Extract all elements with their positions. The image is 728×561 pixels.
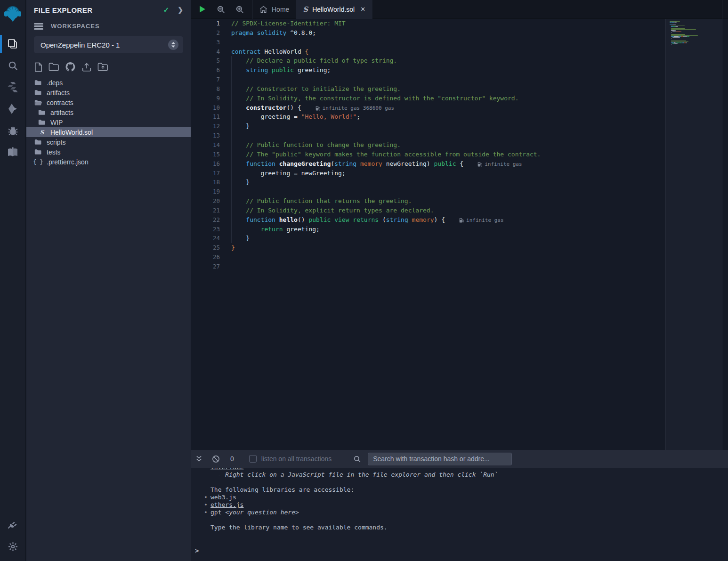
workspace-stepper-icon[interactable] bbox=[168, 40, 178, 50]
code-line-8[interactable]: 8 // Constructor to initialize the greet… bbox=[191, 84, 728, 94]
run-script-button[interactable] bbox=[198, 5, 206, 13]
line-number: 13 bbox=[191, 131, 220, 140]
terminal-output[interactable]: interface - Right click on a JavaScript … bbox=[191, 468, 728, 561]
code-line-25[interactable]: 25} bbox=[191, 243, 728, 252]
line-number: 12 bbox=[191, 122, 220, 131]
solidity-compiler-icon bbox=[8, 81, 18, 93]
minimap-column[interactable] bbox=[665, 19, 722, 450]
tree-item-scripts[interactable]: scripts bbox=[26, 137, 191, 147]
expand-terminal-icon[interactable] bbox=[195, 455, 202, 463]
code-line-7[interactable]: 7 bbox=[191, 75, 728, 84]
workspace-menu-icon[interactable] bbox=[34, 23, 43, 30]
tab-helloworld[interactable]: S HelloWorld.sol ✕ bbox=[296, 0, 372, 19]
sidebar-item-plugin-manager[interactable] bbox=[0, 514, 26, 536]
tree-item-label: scripts bbox=[47, 138, 65, 146]
code-line-2[interactable]: 2pragma solidity ^0.8.0; bbox=[191, 28, 728, 38]
upload-file-icon[interactable] bbox=[81, 62, 92, 72]
code-text: // Constructor to initialize the greetin… bbox=[231, 84, 401, 94]
tab-home-label: Home bbox=[272, 6, 289, 13]
code-line-6[interactable]: 6 string public greeting; bbox=[191, 65, 728, 75]
code-line-15[interactable]: 15 // The "public" keyword makes the fun… bbox=[191, 150, 728, 159]
code-line-17[interactable]: 17 greeting = newGreeting; bbox=[191, 169, 728, 178]
terminal-search-input[interactable] bbox=[368, 453, 512, 465]
code-line-10[interactable]: 10 constructor() {infinite gas 368600 ga… bbox=[191, 103, 728, 113]
code-text: return greeting; bbox=[231, 225, 320, 234]
code-line-3[interactable]: 3 bbox=[191, 38, 728, 47]
tree-item-artifacts[interactable]: artifacts bbox=[26, 88, 191, 98]
tree-item-artifacts[interactable]: artifacts bbox=[26, 107, 191, 117]
line-number: 6 bbox=[191, 65, 220, 75]
sidebar-item-settings[interactable] bbox=[0, 536, 26, 557]
tab-home[interactable]: Home bbox=[252, 0, 296, 19]
code-line-12[interactable]: 12 } bbox=[191, 122, 728, 131]
zoom-out-icon[interactable] bbox=[217, 5, 225, 14]
terminal-link[interactable]: interface bbox=[210, 468, 243, 471]
indent-guide bbox=[231, 187, 232, 196]
new-folder-icon[interactable] bbox=[49, 62, 59, 72]
code-line-16[interactable]: 16 function changeGreeting(string memory… bbox=[191, 159, 728, 169]
code-line-21[interactable]: 21 // In Solidity, explicit return types… bbox=[191, 206, 728, 215]
line-number: 14 bbox=[191, 140, 220, 150]
line-number: 19 bbox=[191, 187, 220, 196]
terminal-link[interactable]: ethers.js bbox=[210, 501, 243, 508]
github-clone-icon[interactable] bbox=[65, 62, 76, 72]
panel-chevron-icon[interactable]: ❯ bbox=[178, 6, 183, 14]
code-line-11[interactable]: 11 greeting = "Hello, World!"; bbox=[191, 112, 728, 122]
clear-console-icon[interactable] bbox=[212, 455, 220, 463]
code-line-14[interactable]: 14 // Public function to change the gree… bbox=[191, 140, 728, 150]
close-tab-icon[interactable]: ✕ bbox=[360, 6, 365, 13]
tree-item-label: artifacts bbox=[50, 109, 73, 116]
code-line-24[interactable]: 24 } bbox=[191, 234, 728, 243]
minimap[interactable] bbox=[670, 21, 719, 49]
sidebar-item-file-explorer[interactable] bbox=[0, 33, 26, 55]
tree-item-label: .prettierrc.json bbox=[47, 158, 89, 166]
line-number: 22 bbox=[191, 215, 220, 225]
line-number: 5 bbox=[191, 56, 220, 65]
code-text: } bbox=[231, 178, 250, 187]
sidebar-item-deploy-run[interactable] bbox=[0, 98, 26, 120]
line-number: 21 bbox=[191, 206, 220, 215]
code-text: greeting = "Hello, World!"; bbox=[231, 112, 360, 122]
new-file-icon[interactable] bbox=[34, 62, 43, 72]
code-text: // Declare a public field of type string… bbox=[231, 56, 397, 65]
tree-item-contracts[interactable]: contracts bbox=[26, 98, 191, 107]
tree-item--deps[interactable]: .deps bbox=[26, 78, 191, 88]
sidebar-item-search[interactable] bbox=[0, 55, 26, 76]
tree-item--prettierrc-json[interactable]: { }.prettierrc.json bbox=[26, 157, 191, 167]
bug-icon bbox=[8, 125, 18, 136]
tree-item-tests[interactable]: tests bbox=[26, 147, 191, 157]
code-line-18[interactable]: 18 } bbox=[191, 178, 728, 187]
code-line-5[interactable]: 5 // Declare a public field of type stri… bbox=[191, 56, 728, 65]
terminal-prompt[interactable]: > bbox=[195, 547, 199, 554]
listen-transactions-checkbox[interactable] bbox=[249, 455, 257, 463]
ethereum-deploy-icon bbox=[7, 103, 18, 114]
code-line-19[interactable]: 19 bbox=[191, 187, 728, 196]
code-text: constructor() {infinite gas 368600 gas bbox=[231, 103, 394, 113]
code-line-20[interactable]: 20 // Public function that returns the g… bbox=[191, 196, 728, 206]
code-text: // In Solidity, the constructor is defin… bbox=[231, 94, 518, 103]
code-line-23[interactable]: 23 return greeting; bbox=[191, 225, 728, 234]
code-line-22[interactable]: 22 function hello() public view returns … bbox=[191, 215, 728, 225]
code-line-1[interactable]: 1// SPDX-License-Identifier: MIT bbox=[191, 19, 728, 28]
code-line-13[interactable]: 13 bbox=[191, 131, 728, 140]
tree-item-helloworld-sol[interactable]: SHelloWorld.sol bbox=[26, 127, 191, 137]
code-line-4[interactable]: 4contract HelloWorld { bbox=[191, 47, 728, 57]
accept-check-icon[interactable]: ✓ bbox=[163, 6, 170, 14]
sidebar-item-learn[interactable] bbox=[0, 141, 26, 163]
upload-folder-icon[interactable] bbox=[97, 62, 108, 72]
sidebar-item-debugger[interactable] bbox=[0, 120, 26, 141]
code-line-26[interactable]: 26 bbox=[191, 252, 728, 262]
code-line-9[interactable]: 9 // In Solidity, the constructor is def… bbox=[191, 94, 728, 103]
folder-icon bbox=[38, 119, 46, 125]
code-editor[interactable]: 1// SPDX-License-Identifier: MIT2pragma … bbox=[191, 19, 728, 450]
tree-item-wip[interactable]: WIP bbox=[26, 117, 191, 127]
terminal-search-icon bbox=[353, 455, 361, 463]
terminal-link[interactable]: web3.js bbox=[210, 494, 236, 501]
workspace-select[interactable]: OpenZeppelin ERC20 - 1 bbox=[34, 36, 183, 53]
zoom-in-icon[interactable] bbox=[235, 5, 244, 14]
sidebar-item-solidity-compiler[interactable] bbox=[0, 76, 26, 98]
line-number: 17 bbox=[191, 169, 220, 178]
remix-logo-icon[interactable] bbox=[2, 4, 23, 24]
code-line-27[interactable]: 27 bbox=[191, 262, 728, 271]
folder-icon bbox=[34, 80, 42, 86]
